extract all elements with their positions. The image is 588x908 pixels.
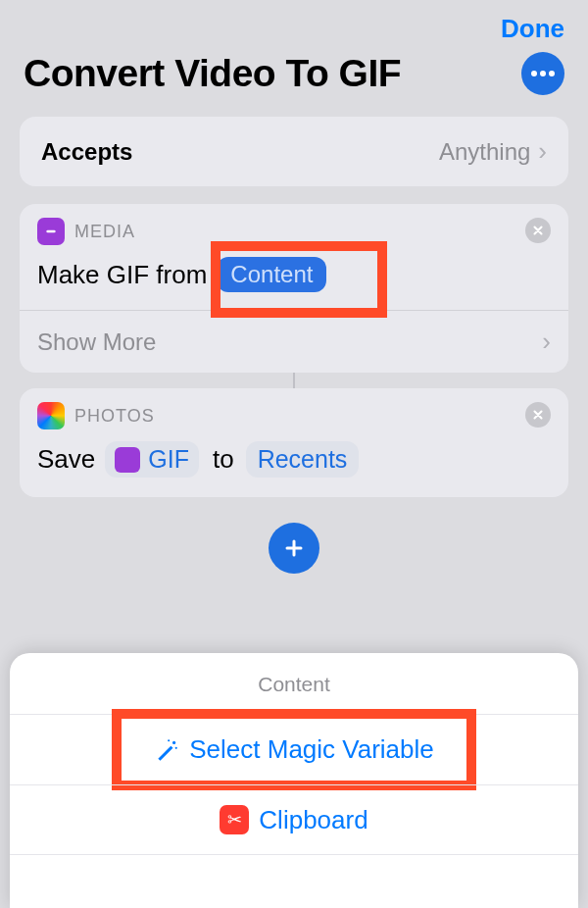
action-card-make-gif: MEDIA Make GIF from Content Show More › [20, 204, 568, 373]
select-magic-variable-row[interactable]: Select Magic Variable [10, 714, 578, 784]
photos-icon [37, 402, 65, 429]
media-icon [37, 218, 65, 245]
action-category-label: MEDIA [74, 222, 135, 242]
action-text: Save [37, 444, 95, 475]
clipboard-label: Clipboard [259, 805, 368, 835]
action-text: Make GIF from [37, 260, 207, 290]
content-variable-pill[interactable]: Content [217, 257, 326, 292]
gif-variable-token[interactable]: GIF [105, 441, 199, 478]
done-button[interactable]: Done [501, 14, 564, 44]
delete-action-button[interactable] [525, 218, 551, 243]
select-magic-variable-label: Select Magic Variable [189, 734, 434, 765]
ellipsis-icon [531, 71, 537, 76]
action-card-save-photos: PHOTOS Save GIF to Recents [20, 388, 568, 497]
media-icon [115, 447, 140, 473]
action-connector [293, 373, 295, 388]
scissors-icon: ✂ [220, 805, 249, 834]
add-action-button[interactable] [269, 523, 319, 574]
recents-album-token[interactable]: Recents [246, 441, 360, 478]
variable-picker-sheet: Content Select Magic Variable ✂ Clipboar… [10, 653, 578, 908]
svg-point-3 [175, 746, 177, 748]
clipboard-row[interactable]: ✂ Clipboard [10, 784, 578, 855]
show-more-label: Show More [37, 328, 156, 356]
accepts-card[interactable]: Accepts Anything › [20, 117, 568, 186]
gif-token-label: GIF [148, 445, 189, 474]
shortcut-title: Convert Video To GIF [24, 52, 508, 95]
svg-point-1 [172, 740, 175, 743]
chevron-right-icon: › [538, 136, 547, 167]
accepts-label: Accepts [41, 138, 439, 166]
delete-action-button[interactable] [525, 402, 551, 428]
sheet-title: Content [10, 667, 578, 714]
accepts-value: Anything [439, 138, 530, 166]
action-category-label: PHOTOS [74, 406, 155, 427]
more-button[interactable] [521, 52, 564, 95]
magic-wand-icon [154, 737, 179, 763]
chevron-right-icon: › [542, 327, 551, 357]
svg-point-2 [168, 739, 170, 741]
show-more-row[interactable]: Show More › [20, 310, 568, 373]
action-text: to [213, 444, 234, 475]
svg-rect-0 [46, 230, 55, 233]
